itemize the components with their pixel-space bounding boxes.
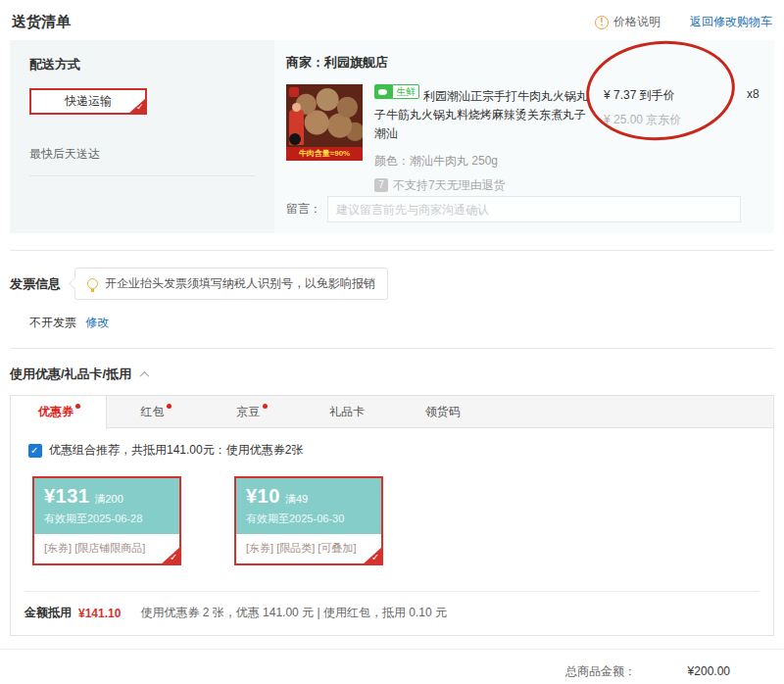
product-row: 牛肉含量≈90% 生鲜利园潮汕正宗手打牛肉丸火锅丸子牛筋丸火锅丸料烧烤麻辣烫关东… [286,84,784,194]
coupon-card-top: ¥131满200 有效期至2025-06-28 [34,478,179,534]
coupon-amount: ¥131 [44,485,90,507]
message-input[interactable] [327,196,741,222]
order-totals: 总商品金额： ¥200.00 运费： ¥0.00 优惠券： -¥141.00 [0,649,784,684]
tab-label: 京豆 [237,405,261,418]
invoice-current: 不开发票 [29,316,76,329]
section-divider [10,250,774,251]
red-dot-badge [263,404,268,409]
coupon-threshold: 满49 [285,493,308,505]
coupon-section-header: 使用优惠/礼品卡/抵用 [10,366,774,383]
combo-recommend-row: 优惠组合推荐，共抵用141.00元：使用优惠券2张 [11,428,773,459]
no-return-note: 7 不支持7天无理由退货 [374,177,596,194]
tab-label: 领货码 [425,405,461,418]
page-header: 送货清单 ! 价格说明 返回修改购物车 [0,0,784,40]
selected-check-icon [128,98,146,114]
shipping-method-label: 快递运输 [65,94,112,108]
merchant-name[interactable]: 利园旗舰店 [324,55,388,70]
current-price-value: ¥ 7.37 [604,88,636,102]
red-dot-badge [75,404,80,409]
section-divider [10,348,774,349]
seven-day-icon: 7 [374,178,388,192]
coupon-card-131[interactable]: ¥131满200 有效期至2025-06-28 [东券] [限店铺限商品] [32,476,181,565]
invoice-section: 发票信息 开企业抬头发票须填写纳税人识别号，以免影响报销 不开发票 修改 [10,268,774,331]
current-price-label: 到手价 [640,88,675,102]
current-price: ¥ 7.37 到手价 [604,87,747,104]
invoice-tip-bubble: 开企业抬头发票须填写纳税人识别号，以免影响报销 [74,268,388,300]
invoice-modify-link[interactable]: 修改 [85,316,109,329]
page-title: 送货清单 [12,13,71,31]
order-panel: 配送方式 快递运输 最快后天送达 商家：利园旗舰店 牛肉含量≈90% [10,40,774,233]
fresh-badge-label: 生鲜 [392,84,419,99]
coupon-threshold: 满200 [95,493,123,505]
delivery-estimate: 最快后天送达 [29,146,255,163]
shipping-section: 配送方式 快递运输 最快后天送达 [10,40,274,233]
total-row-subtotal: 总商品金额： ¥200.00 [0,659,730,684]
product-image[interactable]: 牛肉含量≈90% [286,84,363,161]
image-round-badge [289,133,301,145]
price-column: ¥ 7.37 到手价 ¥ 25.00 京东价 [604,84,747,194]
tab-label: 红包 [141,405,165,418]
fresh-icon [374,84,392,99]
combo-checkbox[interactable] [28,444,42,458]
discount-summary-detail: 使用优惠券 2 张，优惠 141.00 元 | 使用红包，抵用 0.10 元 [140,605,447,621]
tab-red-packet[interactable]: 红包 [107,396,203,427]
invoice-section-title: 发票信息 [10,275,61,293]
original-price-label: 京东价 [646,113,681,126]
shipping-divider [29,175,255,176]
image-logo-tag [289,87,299,97]
no-return-text: 不支持7天无理由退货 [393,177,506,194]
message-row: 留言： [286,196,741,222]
merchant-line: 商家：利园旗舰店 [286,54,784,72]
coupon-validity: 有效期至2025-06-28 [44,512,170,526]
image-banner-text: 牛肉含量≈90% [286,147,363,161]
coupon-panel: 优惠券 红包 京豆 礼品卡 领货码 优惠组合推荐，共抵用141.00元：使用优惠… [10,395,774,636]
coupon-card-10[interactable]: ¥10满49 有效期至2025-06-30 [东券] [限品类] [可叠加] [234,476,383,565]
coupon-card-top: ¥10满49 有效期至2025-06-30 [236,478,381,534]
variant-value: 潮汕牛肉丸 250g [410,154,498,168]
invoice-tip-text: 开企业抬头发票须填写纳税人识别号，以免影响报销 [105,275,375,292]
info-icon: ! [595,16,609,29]
tab-pickup-code[interactable]: 领货码 [395,396,491,427]
product-variant: 颜色：潮汕牛肉丸 250g [374,153,596,170]
merchant-label: 商家： [286,55,324,70]
coupon-amount: ¥10 [246,485,280,507]
back-to-cart-link[interactable]: 返回修改购物车 [690,14,772,30]
shipping-section-title: 配送方式 [29,56,255,73]
checkout-page: 送货清单 ! 价格说明 返回修改购物车 配送方式 快递运输 最快后天送达 商家：… [0,0,784,684]
invoice-header: 发票信息 开企业抬头发票须填写纳税人识别号，以免影响报销 [10,268,774,300]
price-note-link[interactable]: ! 价格说明 [595,14,661,30]
tab-jd-beans[interactable]: 京豆 [203,396,299,427]
product-section: 商家：利园旗舰店 牛肉含量≈90% 生鲜利园潮汕正宗手打牛肉丸火锅丸子牛筋丸火锅… [274,40,784,233]
tab-gift-card[interactable]: 礼品卡 [299,396,395,427]
selected-check-icon [363,547,382,564]
original-price: ¥ 25.00 京东价 [604,112,747,128]
total-value: ¥200.00 [636,664,730,678]
tab-coupons[interactable]: 优惠券 [11,396,107,429]
coupon-tags: [东券] [限品类] [可叠加] [236,534,381,563]
coupon-tags: [东券] [限店铺限商品] [34,534,179,563]
coupon-validity: 有效期至2025-06-30 [246,512,371,526]
variant-label: 颜色： [374,154,410,168]
coupon-section-title: 使用优惠/礼品卡/抵用 [10,366,131,383]
fresh-badge: 生鲜 [374,84,419,99]
selected-check-icon [161,547,180,564]
total-label: 总商品金额： [565,663,636,680]
chevron-up-icon[interactable] [140,370,150,380]
tab-label: 优惠券 [38,405,74,418]
product-info: 生鲜利园潮汕正宗手打牛肉丸火锅丸子牛筋丸火锅丸料烧烤麻辣烫关东煮丸子 潮汕 颜色… [374,84,596,194]
tab-label: 礼品卡 [329,405,365,418]
product-title[interactable]: 生鲜利园潮汕正宗手打牛肉丸火锅丸子牛筋丸火锅丸料烧烤麻辣烫关东煮丸子 潮汕 [374,84,596,144]
discount-summary-amount: ¥141.10 [78,607,121,620]
shipping-method-button[interactable]: 快递运输 [29,88,147,115]
lightbulb-icon [87,278,98,289]
coupon-tabbar: 优惠券 红包 京豆 礼品卡 领货码 [11,396,773,428]
invoice-selection: 不开发票 修改 [29,315,774,331]
red-dot-badge [167,404,172,409]
combo-text: 优惠组合推荐，共抵用141.00元：使用优惠券2张 [49,442,303,459]
coupon-cards: ¥131满200 有效期至2025-06-28 [东券] [限店铺限商品] ¥1… [11,459,773,575]
quantity: x8 [747,84,784,194]
discount-summary-label: 金额抵用 [24,605,72,621]
message-label: 留言： [286,201,321,218]
header-links: ! 价格说明 返回修改购物车 [595,14,772,30]
discount-summary-row: 金额抵用 ¥141.10 使用优惠券 2 张，优惠 141.00 元 | 使用红… [11,592,773,635]
